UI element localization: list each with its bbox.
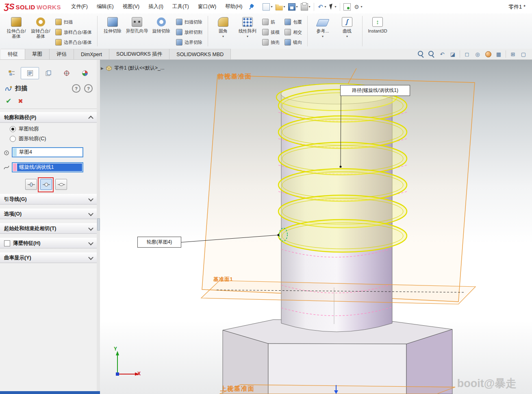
rib-button[interactable]: 筋 (261, 18, 280, 26)
menu-edit[interactable]: 编辑(E) (92, 0, 118, 13)
tab-sketch[interactable]: 草图 (25, 49, 50, 59)
tab-solidworks-addins[interactable]: SOLIDWORKS 插件 (109, 49, 169, 59)
orientation-button-1[interactable] (25, 179, 37, 190)
sketch-profile-radio[interactable] (10, 126, 16, 132)
chevron-down-icon[interactable]: ▾ (335, 5, 337, 9)
revolved-cut-button[interactable]: 旋转切除 (149, 15, 174, 35)
pushpin-help-icon[interactable]: ? (72, 84, 80, 93)
profile-value: 草图4 (17, 149, 34, 156)
feature-tree-root[interactable]: 零件1 (默认<<默认>_... (114, 65, 165, 72)
thin-feature-checkbox[interactable] (4, 240, 10, 246)
previous-view-icon[interactable]: ↶ (439, 50, 446, 58)
pin-menu-icon[interactable] (248, 3, 255, 11)
chevron-down-icon[interactable]: ▾ (247, 34, 248, 39)
apply-scene-icon[interactable]: ▦ (495, 50, 502, 58)
section-view-icon[interactable]: ◪ (449, 50, 456, 58)
shell-button[interactable]: 抽壳 (261, 39, 280, 46)
chevron-down-icon[interactable]: ▾ (309, 5, 311, 9)
menu-help[interactable]: 帮助(H) (221, 0, 247, 13)
orientation-button-2[interactable] (40, 179, 52, 190)
chevron-down-icon[interactable]: ▾ (322, 34, 324, 39)
select-button[interactable]: ▾ (328, 3, 338, 11)
cancel-button[interactable]: ✖ (18, 98, 23, 105)
dimxpert-manager-tab[interactable] (58, 67, 76, 79)
menu-window[interactable]: 窗口(W) (193, 0, 221, 13)
chevron-down-icon[interactable]: ▾ (222, 34, 224, 39)
boundary-boss-button[interactable]: 边界凸台/基体 (54, 39, 93, 46)
flyout-arrow-icon[interactable]: ▶ (101, 66, 104, 70)
path-selection-box[interactable]: 螺旋线/涡状线1 (12, 162, 83, 172)
linear-pattern-button[interactable]: 线性阵列 ▾ (235, 15, 260, 40)
circular-profile-radio[interactable] (10, 136, 16, 142)
help-icon[interactable]: ? (84, 84, 93, 93)
options-button[interactable]: ⚙▾ (352, 3, 364, 11)
zoom-fit-icon[interactable] (417, 50, 425, 58)
tab-solidworks-mbd[interactable]: SOLIDWORKS MBD (169, 49, 231, 59)
tab-dimxpert[interactable]: DimXpert (74, 49, 109, 59)
swept-cut-button[interactable]: 扫描切除 (175, 18, 203, 26)
new-document-button[interactable]: ▾ (261, 2, 274, 11)
front-plane-label: 前视基准面 (217, 73, 252, 81)
mirror-button[interactable]: 镜向 (284, 39, 303, 46)
fullscreen-icon[interactable]: ▢ (520, 50, 527, 58)
hide-show-items-icon[interactable]: ◎ (474, 50, 481, 58)
property-manager-tab[interactable] (21, 67, 39, 79)
chevron-down-icon[interactable]: ▾ (325, 5, 326, 9)
edit-appearance-icon[interactable] (484, 50, 492, 58)
instant3d-button[interactable]: ↕ Instant3D (365, 15, 390, 35)
hole-wizard-button[interactable]: 异型孔向导 (125, 15, 149, 35)
display-manager-tab[interactable] (76, 67, 94, 79)
chevron-down-icon (88, 240, 93, 245)
extruded-boss-button[interactable]: 拉伸凸台/基体 (4, 15, 28, 39)
ok-button[interactable]: ✔ (6, 97, 11, 105)
lofted-boss-button[interactable]: 放样凸台/基体 (54, 28, 93, 36)
lofted-cut-button[interactable]: 放样切割 (175, 28, 203, 36)
display-style-icon[interactable]: ◻ (463, 50, 471, 58)
chevron-down-icon[interactable]: ▾ (361, 5, 363, 9)
orientation-button-3[interactable] (55, 179, 67, 190)
zoom-area-icon[interactable] (428, 50, 435, 58)
undo-button[interactable]: ↶▾ (316, 3, 328, 11)
section-guide-curves[interactable]: 引导线(G) (0, 194, 97, 205)
extruded-cut-button[interactable]: 拉伸切除 (100, 15, 125, 35)
chevron-down-icon[interactable]: ▾ (346, 34, 348, 39)
tab-evaluate[interactable]: 评估 (50, 49, 74, 59)
sweep-preview-helix[interactable] (276, 84, 407, 252)
rebuild-button[interactable] (342, 2, 352, 11)
ribbon-separator (307, 16, 308, 46)
section-curvature-display[interactable]: 曲率显示(Y) (0, 253, 97, 263)
revolved-boss-button[interactable]: 旋转凸台/基体 (28, 15, 53, 39)
help-icons: ? ? (72, 84, 93, 93)
intersect-button[interactable]: 相交 (284, 28, 303, 36)
chevron-down-icon[interactable]: ▾ (271, 5, 272, 9)
profile-color-swatch (13, 148, 17, 156)
chevron-down-icon[interactable]: ▾ (284, 5, 285, 9)
profile-selection-box[interactable]: 草图4 (12, 147, 83, 157)
menu-file[interactable]: 文件(F) (67, 0, 92, 13)
section-thin-feature[interactable]: 薄壁特征(H) (0, 238, 97, 248)
graphics-area[interactable]: ▶ 零件1 (默认<<默认>_... 前视基准面 基准面1 上视基准面 路径(螺… (100, 60, 532, 394)
draft-button[interactable]: 拔模 (261, 28, 280, 36)
wrap-button[interactable]: 包覆 (284, 18, 303, 26)
feature-manager-tab[interactable] (2, 67, 21, 79)
print-button[interactable]: ▾ (300, 2, 312, 11)
boundary-cut-button[interactable]: 边界切除 (175, 39, 203, 46)
view-orientation-icon[interactable]: ⊞ (509, 50, 517, 58)
tab-features[interactable]: 特征 (1, 49, 25, 59)
menu-view[interactable]: 视图(V) (118, 0, 144, 13)
curves-button[interactable]: ʃ 曲线 ▾ (335, 15, 359, 40)
reference-geometry-button[interactable]: 参考... ▾ (311, 15, 335, 40)
section-profile-and-path[interactable]: 轮廓和路径(P) (0, 112, 97, 123)
menu-insert[interactable]: 插入(I) (144, 0, 168, 13)
command-tab-bar: 特征 草图 评估 DimXpert SOLIDWORKS 插件 SOLIDWOR… (0, 49, 532, 60)
section-options[interactable]: 选项(O) (0, 209, 97, 219)
chevron-down-icon[interactable]: ▾ (296, 5, 298, 9)
section-start-end-tangency[interactable]: 起始处和结束处相切(T) (0, 223, 97, 234)
save-button[interactable]: ▾ (287, 2, 299, 11)
fillet-button[interactable]: 圆角 ▾ (211, 15, 235, 40)
swept-boss-button[interactable]: 扫描 (54, 18, 93, 26)
feature-tree-flyout[interactable]: ▶ 零件1 (默认<<默认>_... (101, 65, 165, 72)
menu-tools[interactable]: 工具(T) (168, 0, 193, 13)
open-button[interactable]: ▾ (274, 2, 287, 11)
configuration-manager-tab[interactable] (39, 67, 57, 79)
